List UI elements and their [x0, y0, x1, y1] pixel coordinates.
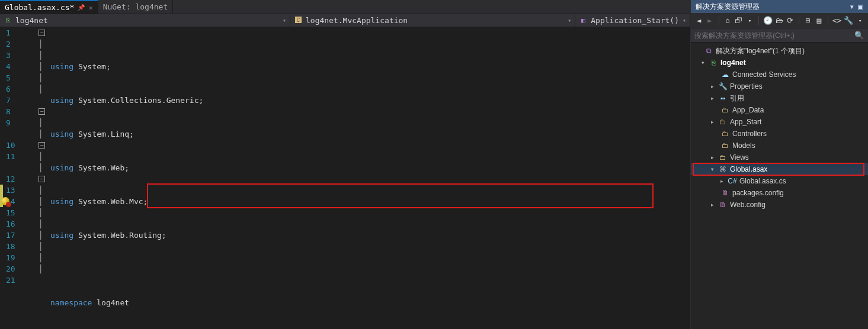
node-label: packages.config [732, 189, 784, 197]
nav-member-label: Application_Start() [591, 16, 679, 25]
tree-item-views[interactable]: ▸ 🗀 Views [691, 151, 868, 163]
document-tabs: Global.asax.cs* 📌 ✕ NuGet: log4net [0, 0, 690, 14]
tree-item-connected-services[interactable]: ▸ ☁ Connected Services [691, 69, 868, 80]
node-label: log4net [720, 59, 746, 67]
tree-item-appstart[interactable]: ▸ 🗀 App_Start [691, 116, 868, 128]
folder-icon: 🗀 [720, 106, 730, 114]
chevron-down-icon: ▾ [283, 17, 286, 24]
tree-item-properties[interactable]: ▸ 🔧 Properties [691, 80, 868, 92]
nav-project-label: log4net [15, 16, 48, 25]
tree-item-global-asax-cs[interactable]: ▸ C# Global.asax.cs [691, 175, 868, 187]
csharp-project-icon: ⎘ [709, 59, 718, 67]
solution-explorer-toolbar: ◄ ► ⌂ 🗗 ▾ 🕘 🗁 ⟳ ⊟ ▤ <> 🔧 ▾ [691, 13, 868, 28]
config-file-icon: 🗎 [720, 189, 730, 197]
solution-explorer-search[interactable]: 🔍 [691, 28, 868, 43]
connected-services-icon: ☁ [720, 70, 730, 79]
dropdown-icon[interactable]: ▾ [850, 3, 854, 11]
outline-fold-gutter[interactable]: − │││││ − │ │ − │ │ − │ │ │ │ │ │ │ │ [39, 27, 50, 329]
close-icon[interactable]: ✕ [88, 4, 92, 12]
expand-toggle[interactable]: ▾ [709, 166, 716, 172]
tree-item-web-config[interactable]: ▸ 🗎 Web.config [691, 199, 868, 211]
class-icon: 🅲 [294, 17, 302, 25]
caret-icon[interactable]: ▾ [745, 15, 754, 26]
code-content[interactable]: using System; using System.Collections.G… [50, 27, 690, 329]
nav-class-dropdown[interactable]: 🅲 log4net.MvcApplication ▾ [290, 14, 575, 27]
preview-selected-icon[interactable]: <> [832, 15, 842, 26]
fold-toggle[interactable]: − [39, 176, 45, 182]
chevron-down-icon: ▾ [683, 17, 686, 24]
line-number-gutter: 1 2 3 4 5 6 7 8 9 10 11 12 13 14 15 16 1… [6, 27, 39, 329]
folder-icon: 🗀 [720, 141, 730, 150]
fold-toggle[interactable]: − [39, 142, 45, 149]
node-label: Global.asax [730, 165, 767, 173]
node-label: Controllers [732, 130, 767, 138]
refresh-icon[interactable]: ⟳ [786, 15, 795, 26]
solution-tree[interactable]: ▸ ⧉ 解决方案"log4net"(1 个项目) ▾ ⎘ log4net ▸ ☁… [691, 43, 868, 329]
breakpoint-gutter[interactable] [0, 27, 6, 329]
expand-toggle[interactable]: ▸ [709, 202, 716, 208]
solution-node[interactable]: ▸ ⧉ 解决方案"log4net"(1 个项目) [691, 45, 868, 57]
auto-hide-pin-icon[interactable]: ▣ [857, 3, 863, 11]
show-all-files-icon[interactable]: 🗁 [775, 15, 784, 26]
expand-toggle[interactable]: ▾ [699, 60, 706, 66]
node-label: App_Data [732, 106, 764, 114]
pin-icon[interactable]: 📌 [78, 4, 85, 11]
tab-label: Global.asax.cs* [5, 3, 74, 12]
collapse-all-icon[interactable]: ⊟ [803, 15, 812, 26]
forward-icon[interactable]: ► [706, 15, 715, 26]
tab-global-asax-cs[interactable]: Global.asax.cs* 📌 ✕ [0, 0, 98, 14]
search-icon[interactable]: 🔍 [854, 30, 864, 41]
folder-icon: 🗀 [718, 153, 728, 162]
pending-changes-filter-icon[interactable]: 🕘 [763, 15, 773, 26]
nav-class-label: log4net.MvcApplication [306, 16, 408, 25]
caret-icon[interactable]: ▾ [856, 15, 864, 26]
wrench-icon[interactable]: 🔧 [844, 15, 853, 26]
sync-with-active-icon[interactable]: 🗗 [734, 15, 743, 26]
search-input[interactable] [694, 31, 854, 40]
node-label: Connected Services [732, 70, 796, 79]
editor-navigation-bar: ⎘ log4net ▾ 🅲 log4net.MvcApplication ▾ ◧… [0, 14, 690, 27]
expand-toggle[interactable]: ▸ [709, 83, 716, 89]
node-label: 引用 [730, 93, 744, 104]
solution-explorer-title-bar[interactable]: 解决方案资源管理器 ▾ ▣ [691, 0, 868, 13]
expand-toggle[interactable]: ▸ [709, 154, 716, 160]
wrench-icon: 🔧 [718, 82, 728, 91]
expand-toggle[interactable]: ▸ [718, 178, 725, 184]
asax-file-icon: ⌘ [718, 165, 728, 173]
method-icon: ◧ [579, 17, 587, 25]
node-label: Views [730, 153, 749, 162]
panel-title: 解决方案资源管理器 [696, 2, 760, 12]
expand-toggle[interactable]: ▸ [709, 95, 716, 101]
nav-project-dropdown[interactable]: ⎘ log4net ▾ [0, 14, 290, 27]
tab-nuget-log4net[interactable]: NuGet: log4net [98, 0, 174, 14]
csharp-file-icon: C# [728, 177, 737, 185]
lightbulb-error-icon[interactable] [1, 197, 9, 205]
solution-icon: ⧉ [704, 47, 713, 55]
editor-pane: Global.asax.cs* 📌 ✕ NuGet: log4net ⎘ log… [0, 0, 690, 329]
tree-item-controllers[interactable]: ▸ 🗀 Controllers [691, 128, 868, 140]
expand-toggle[interactable]: ▸ [709, 119, 716, 125]
code-editor[interactable]: 1 2 3 4 5 6 7 8 9 10 11 12 13 14 15 16 1… [0, 27, 690, 329]
references-icon: ▪▪ [718, 94, 728, 102]
project-node[interactable]: ▾ ⎘ log4net [691, 57, 868, 69]
solution-explorer: 解决方案资源管理器 ▾ ▣ ◄ ► ⌂ 🗗 ▾ 🕘 🗁 ⟳ ⊟ ▤ <> 🔧 ▾… [690, 0, 868, 329]
back-icon[interactable]: ◄ [694, 15, 703, 26]
config-file-icon: 🗎 [718, 201, 728, 209]
folder-icon: 🗀 [720, 130, 730, 138]
node-label: Properties [730, 82, 763, 91]
nav-member-dropdown[interactable]: ◧ Application_Start() ▾ [575, 14, 690, 27]
tree-item-appdata[interactable]: ▸ 🗀 App_Data [691, 104, 868, 116]
fold-toggle[interactable]: − [39, 108, 45, 115]
chevron-down-icon: ▾ [568, 17, 571, 24]
tree-item-global-asax[interactable]: ▾ ⌘ Global.asax [691, 163, 868, 175]
tree-item-references[interactable]: ▸ ▪▪ 引用 [691, 92, 868, 104]
tree-item-models[interactable]: ▸ 🗀 Models [691, 140, 868, 151]
node-label: Models [732, 141, 755, 150]
tab-label: NuGet: log4net [103, 2, 168, 11]
node-label: Global.asax.cs [739, 177, 786, 185]
fold-toggle[interactable]: − [39, 30, 45, 36]
property-pages-icon[interactable]: ▤ [815, 15, 824, 26]
tree-item-packages-config[interactable]: ▸ 🗎 packages.config [691, 187, 868, 199]
home-icon[interactable]: ⌂ [723, 15, 732, 26]
csharp-project-icon: ⎘ [4, 17, 12, 25]
